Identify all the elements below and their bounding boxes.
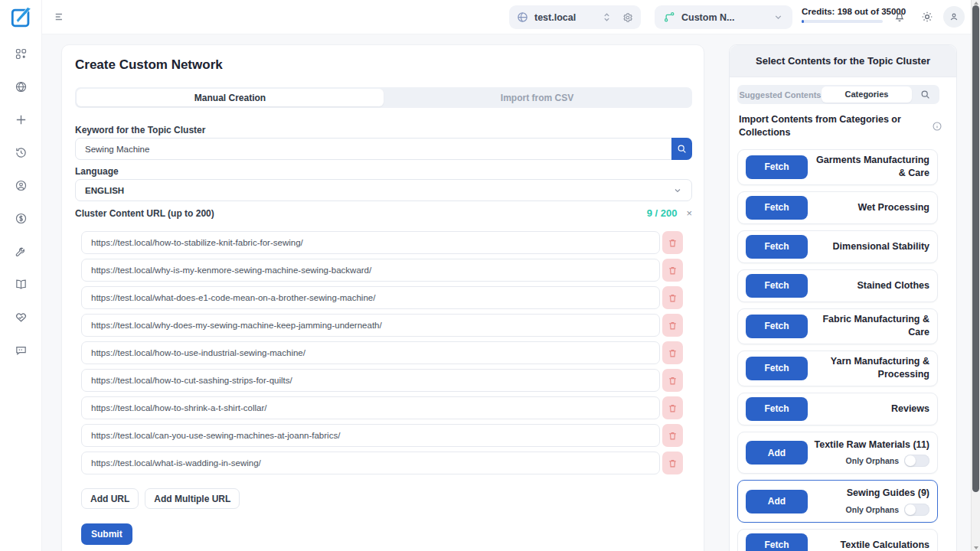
delete-url-button[interactable] [662,396,683,419]
keyword-input[interactable] [75,138,692,160]
theme-sun-icon[interactable] [921,11,933,23]
book-icon[interactable] [15,278,28,291]
wrench-icon[interactable] [15,245,28,258]
category-label: Fabric Manufacturing & Care [808,313,929,340]
url-row [81,259,683,282]
fetch-button[interactable]: Fetch [746,196,808,220]
scrollbar-thumb[interactable] [972,5,979,492]
clear-urls-icon[interactable]: × [686,207,692,219]
user-circle-icon[interactable] [15,179,28,192]
tab-suggested-contents[interactable]: Suggested Contents [739,90,822,99]
delete-url-button[interactable] [662,369,683,392]
url-input[interactable] [81,369,660,392]
globe-icon[interactable] [15,80,28,93]
add-button[interactable]: Add [746,441,808,465]
fetch-button[interactable]: Fetch [746,155,808,179]
url-input[interactable] [81,452,660,474]
heart-icon[interactable] [15,311,28,324]
category-label: Garments Manufacturing & Care [808,154,929,181]
info-icon[interactable] [932,121,942,132]
language-label: Language [75,166,119,177]
panel-title: Select Contents for the Topic Cluster [730,45,956,77]
tab-categories[interactable]: Categories [822,86,912,103]
fetch-button[interactable]: Fetch [746,235,808,259]
submit-button[interactable]: Submit [81,523,132,545]
hamburger-menu-icon[interactable] [54,11,65,21]
add-multiple-url-button[interactable]: Add Multiple URL [145,488,240,509]
scrollbar-up-arrow[interactable] [974,2,978,5]
panel-heading: Import Contents from Categories or Colle… [739,113,901,139]
add-url-button[interactable]: Add URL [81,488,139,509]
site-favicon-icon [517,11,528,23]
cluster-url-header: Cluster Content URL (up to 200) 9 / 200 … [75,207,692,219]
url-input[interactable] [81,259,660,282]
keyword-search-button[interactable] [671,138,692,160]
delete-url-button[interactable] [662,452,683,474]
delete-url-button[interactable] [662,341,683,364]
url-counter: 9 / 200 [647,207,678,219]
delete-url-button[interactable] [662,424,683,447]
chevron-down-icon [773,12,783,22]
only-orphans-toggle[interactable] [904,455,929,467]
credits-indicator: Credits: 198 out of 35000 [802,7,887,23]
url-row [81,396,683,419]
category-label: Stained Clothes [808,279,929,293]
category-card-selected: Add Sewing Guides (9) Only Orphans [737,480,938,523]
page-scrollbar[interactable] [971,0,980,551]
network-selector-label: Custom N... [681,12,734,23]
url-row [81,286,683,309]
chevron-updown-icon [602,12,612,22]
toggle-knob [905,504,916,515]
tab-import-csv[interactable]: Import from CSV [384,89,691,106]
network-selector[interactable]: Custom N... [655,5,792,29]
add-url-row: Add URL Add Multiple URL [81,488,240,509]
url-input[interactable] [81,286,660,309]
notifications-bell-icon[interactable] [893,11,906,23]
category-card: Fetch Dimensional Stability [737,230,938,263]
chat-icon[interactable] [15,344,28,357]
gear-icon[interactable] [622,12,633,23]
category-label: Wet Processing [808,201,929,215]
credits-progress-fill [802,20,804,23]
sidebar [0,0,42,551]
fetch-button[interactable]: Fetch [746,533,808,551]
url-input[interactable] [81,314,660,337]
history-icon[interactable] [15,146,28,159]
category-list: Fetch Garments Manufacturing & Care Fetc… [737,149,938,551]
fetch-button[interactable]: Fetch [746,274,808,298]
creation-tabs: Manual Creation Import from CSV [75,87,692,108]
tab-manual-creation[interactable]: Manual Creation [77,89,384,106]
app-logo-icon[interactable] [10,6,33,29]
category-label: Sewing Guides (9) [847,487,929,500]
delete-url-button[interactable] [662,286,683,309]
plus-icon[interactable] [15,113,28,126]
url-input[interactable] [81,424,660,447]
add-button[interactable]: Add [746,490,808,514]
only-orphans-row: Only Orphans [846,504,929,516]
apps-grid-icon[interactable] [15,47,28,60]
delete-url-button[interactable] [662,259,683,282]
select-contents-panel: Select Contents for the Topic Cluster Su… [729,44,957,551]
language-select[interactable]: ENGLISH [75,179,692,201]
select-chevron-icon [673,186,682,195]
site-selector[interactable]: test.local [509,5,641,29]
delete-url-button[interactable] [662,231,683,254]
url-input[interactable] [81,396,660,419]
url-input[interactable] [81,231,660,254]
fetch-button[interactable]: Fetch [746,315,808,338]
fetch-button[interactable]: Fetch [746,397,808,421]
user-avatar[interactable] [943,6,965,28]
only-orphans-label: Only Orphans [846,456,899,465]
fetch-button[interactable]: Fetch [746,357,808,380]
url-input[interactable] [81,341,660,364]
credits-progress-bar [802,20,883,23]
category-card: Fetch Stained Clothes [737,269,938,302]
panel-search-icon[interactable] [912,90,938,99]
credits-label: Credits: 198 out of 35000 [802,7,887,16]
scrollbar-down-arrow[interactable] [974,546,978,549]
delete-url-button[interactable] [662,314,683,337]
category-card: Fetch Garments Manufacturing & Care [737,149,938,185]
credits-coin-icon[interactable] [15,212,28,225]
category-label: Textile Calculations [808,539,929,551]
only-orphans-toggle[interactable] [904,504,929,516]
